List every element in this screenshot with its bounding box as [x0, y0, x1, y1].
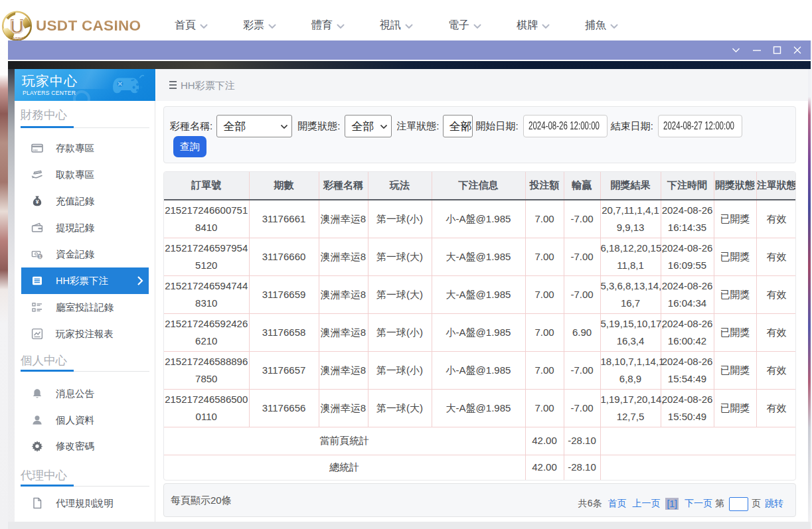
- svg-text:U: U: [10, 17, 23, 37]
- svg-text:$: $: [39, 254, 41, 259]
- svg-text:¥: ¥: [36, 198, 39, 205]
